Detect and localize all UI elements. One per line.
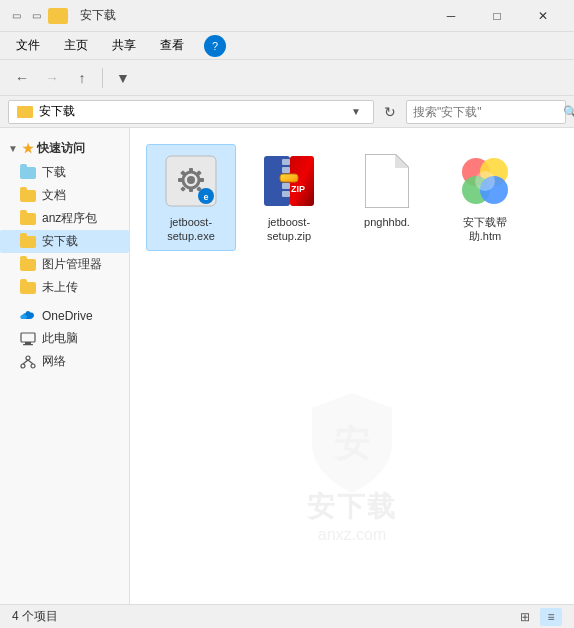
watermark: 安 安下载 anxz.com [302, 388, 402, 544]
svg-rect-11 [189, 168, 193, 173]
svg-rect-12 [189, 187, 193, 192]
files-grid: e jetboost-setup.exe [130, 128, 574, 267]
svg-line-7 [28, 360, 33, 364]
svg-marker-32 [395, 154, 409, 168]
titlebar-icon-2: ▭ [28, 8, 44, 24]
svg-rect-13 [178, 178, 183, 182]
help-button[interactable]: ? [204, 35, 226, 57]
maximize-button[interactable]: □ [474, 0, 520, 32]
svg-text:ZIP: ZIP [291, 184, 305, 194]
forward-button[interactable]: → [38, 65, 66, 91]
content-area: e jetboost-setup.exe [130, 128, 574, 604]
view-controls: ⊞ ≡ [514, 608, 562, 626]
sidebar-item-onedrive[interactable]: OneDrive [0, 305, 129, 327]
menu-share[interactable]: 共享 [100, 33, 148, 58]
refresh-button[interactable]: ↻ [378, 100, 402, 124]
svg-point-37 [475, 171, 495, 191]
svg-rect-0 [21, 333, 35, 342]
sidebar-notupload-label: 未上传 [42, 279, 78, 296]
window-title: 安下载 [80, 7, 428, 24]
address-path-text: 安下载 [39, 103, 75, 120]
sidebar-item-anzprog[interactable]: anz程序包 [0, 207, 129, 230]
sidebar-onedrive-label: OneDrive [42, 309, 93, 323]
quick-access-chevron: ▼ [8, 143, 18, 154]
file-item-jetboost-exe[interactable]: e jetboost-setup.exe [146, 144, 236, 251]
svg-rect-24 [282, 167, 290, 173]
watermark-url: anxz.com [318, 526, 386, 544]
quick-access-label: 快速访问 [37, 140, 85, 157]
sidebar-item-downloads[interactable]: 下载 [0, 161, 129, 184]
titlebar-icons: ▭ ▭ [8, 8, 72, 24]
close-button[interactable]: ✕ [520, 0, 566, 32]
generic-file-icon [357, 151, 417, 211]
up-button[interactable]: ↑ [68, 65, 96, 91]
menubar: 文件 主页 共享 查看 ? [0, 32, 574, 60]
svg-point-10 [187, 176, 195, 184]
sidebar-downloads-label: 下载 [42, 164, 66, 181]
sidebar-imgmgr-label: 图片管理器 [42, 256, 102, 273]
titlebar-folder-icon [48, 8, 68, 24]
sidebar: ▼ ★ 快速访问 下载 文档 anz程序包 [0, 128, 130, 604]
network-icon [20, 354, 36, 370]
svg-rect-2 [23, 344, 33, 345]
svg-rect-28 [280, 174, 298, 182]
anzprog-folder-icon [20, 211, 36, 227]
svg-rect-14 [199, 178, 204, 182]
search-input[interactable] [413, 105, 563, 119]
htm-file-icon [455, 151, 515, 211]
menu-file[interactable]: 文件 [4, 33, 52, 58]
svg-rect-23 [282, 159, 290, 165]
search-box[interactable]: 🔍 [406, 100, 566, 124]
imgmgr-folder-icon [20, 257, 36, 273]
computer-icon [20, 331, 36, 347]
address-folder-icon [17, 106, 33, 118]
anxia-folder-icon [20, 234, 36, 250]
addressbar: 安下载 ▼ ↻ 🔍 [0, 96, 574, 128]
svg-text:安: 安 [332, 423, 370, 464]
recent-button[interactable]: ▼ [109, 65, 137, 91]
statusbar: 4 个项目 ⊞ ≡ [0, 604, 574, 628]
svg-line-6 [23, 360, 28, 364]
sidebar-anxia-label: 安下载 [42, 233, 78, 250]
pnghhbd-file-name: pnghhbd. [364, 215, 410, 229]
titlebar-controls: ─ □ ✕ [428, 0, 566, 32]
svg-point-3 [26, 356, 30, 360]
sidebar-item-imgmgr[interactable]: 图片管理器 [0, 253, 129, 276]
svg-rect-26 [282, 183, 290, 189]
titlebar: ▭ ▭ 安下载 ─ □ ✕ [0, 0, 574, 32]
sidebar-item-notupload[interactable]: 未上传 [0, 276, 129, 299]
file-item-help-htm[interactable]: 安下载帮助.htm [440, 144, 530, 251]
details-view-button[interactable]: ≡ [540, 608, 562, 626]
file-item-jetboost-zip[interactable]: ZIP jetboost-setup.zip [244, 144, 334, 251]
sidebar-anzprog-label: anz程序包 [42, 210, 97, 227]
large-icons-view-button[interactable]: ⊞ [514, 608, 536, 626]
toolbar-separator [102, 68, 103, 88]
quick-access-star-icon: ★ [22, 141, 34, 156]
menu-view[interactable]: 查看 [148, 33, 196, 58]
sidebar-computer-label: 此电脑 [42, 330, 78, 347]
sidebar-item-computer[interactable]: 此电脑 [0, 327, 129, 350]
sidebar-network-label: 网络 [42, 353, 66, 370]
minimize-button[interactable]: ─ [428, 0, 474, 32]
htm-file-name: 安下载帮助.htm [447, 215, 523, 244]
address-chevron-icon: ▼ [347, 106, 365, 117]
exe-file-icon: e [161, 151, 221, 211]
file-item-pnghhbd[interactable]: pnghhbd. [342, 144, 432, 251]
menu-home[interactable]: 主页 [52, 33, 100, 58]
sidebar-item-network[interactable]: 网络 [0, 350, 129, 373]
back-button[interactable]: ← [8, 65, 36, 91]
sidebar-documents-label: 文档 [42, 187, 66, 204]
sidebar-item-documents[interactable]: 文档 [0, 184, 129, 207]
downloads-folder-icon [20, 165, 36, 181]
toolbar: ← → ↑ ▼ [0, 60, 574, 96]
sidebar-item-anxia[interactable]: 安下载 [0, 230, 129, 253]
main-area: ▼ ★ 快速访问 下载 文档 anz程序包 [0, 128, 574, 604]
sidebar-quick-access-header[interactable]: ▼ ★ 快速访问 [0, 136, 129, 161]
zip-file-icon: ZIP [259, 151, 319, 211]
svg-rect-1 [25, 342, 31, 344]
svg-text:e: e [203, 192, 208, 202]
svg-point-4 [21, 364, 25, 368]
address-path-box[interactable]: 安下载 ▼ [8, 100, 374, 124]
onedrive-icon [20, 308, 36, 324]
watermark-text: 安下载 [307, 488, 397, 526]
